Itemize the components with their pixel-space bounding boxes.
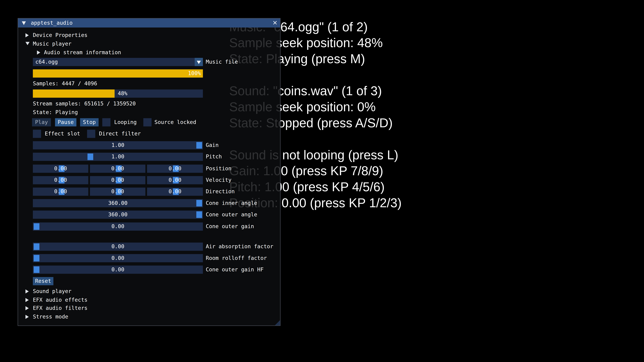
slider-value: 0.00	[147, 188, 203, 196]
position-y-slider[interactable]: 0.00	[90, 165, 146, 173]
slider-value: 360.00	[33, 211, 203, 219]
direction-z-slider[interactable]: 0.00	[147, 188, 203, 196]
cone-outer-gain-hf-slider[interactable]: 0.00	[33, 266, 203, 274]
tree-node-label: Stress mode	[33, 313, 68, 321]
progress-fill	[33, 69, 203, 77]
slider-value: 0.00	[33, 176, 88, 184]
samples-text: Samples: 4447 / 4096	[33, 80, 97, 88]
tree-node-efx-audio-effects[interactable]: EFX audio effects	[18, 296, 280, 304]
tree-node-efx-audio-filters[interactable]: EFX audio filters	[18, 304, 280, 312]
chevron-right-icon	[26, 33, 29, 37]
window-titlebar[interactable]: apptest_audio ×	[18, 18, 280, 27]
slider-value: 0.00	[33, 243, 203, 251]
pitch-label: Pitch	[206, 153, 222, 161]
cone-outer-angle-slider[interactable]: 360.00	[33, 211, 203, 219]
velocity-z-slider[interactable]: 0.00	[147, 176, 203, 184]
looping-checkbox[interactable]	[102, 118, 110, 126]
cone-outer-gain-hf-label: Cone outer gain HF	[206, 266, 264, 274]
chevron-right-icon	[26, 289, 29, 294]
transport-row: Play Pause Stop Looping Source locked	[18, 118, 280, 126]
slider-value: 0.00	[147, 176, 203, 184]
tree-node-device-properties[interactable]: Device Properties	[18, 31, 280, 39]
position-z-slider[interactable]: 0.00	[147, 165, 203, 173]
slider-value: 0.00	[90, 176, 146, 184]
position-label: Position	[206, 165, 232, 173]
direct-filter-checkbox[interactable]	[87, 130, 95, 138]
slider-value: 1.00	[33, 153, 203, 161]
reset-button[interactable]: Reset	[33, 277, 54, 285]
close-icon[interactable]: ×	[271, 19, 279, 27]
gain-slider[interactable]: 1.00	[33, 141, 203, 149]
progress-value: 100%	[188, 69, 201, 77]
music-file-label: Music file	[206, 58, 238, 66]
direction-label: Direction	[206, 188, 235, 196]
slider-value: 1.00	[33, 141, 203, 149]
tree-node-stress-mode[interactable]: Stress mode	[18, 313, 280, 321]
fx-row: Effect slot Direct filter	[18, 130, 280, 138]
velocity-row: 0.00 0.00 0.00 Velocity	[18, 176, 280, 184]
cone-outer-gain-slider[interactable]: 0.00	[33, 223, 203, 231]
cone-inner-angle-slider[interactable]: 360.00	[33, 199, 203, 207]
tree-node-audio-stream-info[interactable]: Audio stream information	[18, 48, 280, 56]
tree-node-label: EFX audio effects	[33, 296, 88, 304]
velocity-label: Velocity	[206, 176, 232, 184]
resize-grip[interactable]	[275, 320, 280, 326]
combo-dropdown-icon[interactable]	[195, 58, 203, 66]
slider-value: 0.00	[33, 223, 203, 231]
slider-value: 0.00	[33, 254, 203, 262]
buffer-progress-bar: 100%	[33, 69, 203, 77]
slider-value: 0.00	[90, 188, 146, 196]
tree-node-label: Device Properties	[33, 31, 88, 39]
cone-outer-gain-label: Cone outer gain	[206, 223, 254, 231]
tree-node-label: Sound player	[33, 287, 72, 296]
combo-selected-value: c64.ogg	[36, 58, 58, 66]
effect-slot-label: Effect slot	[45, 130, 80, 138]
progress-fill	[33, 89, 114, 98]
velocity-x-slider[interactable]: 0.00	[33, 176, 88, 184]
window-title: apptest_audio	[31, 18, 73, 27]
direction-x-slider[interactable]: 0.00	[33, 188, 88, 196]
apptest-audio-window: apptest_audio × Device Properties Music …	[18, 18, 280, 326]
tree-node-label: Audio stream information	[44, 48, 121, 56]
direction-y-slider[interactable]: 0.00	[90, 188, 146, 196]
position-row: 0.00 0.00 0.00 Position	[18, 165, 280, 173]
tree-node-label: Music player	[33, 40, 72, 48]
cone-outer-angle-label: Cone outer angle	[206, 211, 257, 219]
effect-slot-checkbox[interactable]	[33, 130, 41, 138]
tree-node-sound-player[interactable]: Sound player	[18, 287, 280, 296]
position-x-slider[interactable]: 0.00	[33, 165, 88, 173]
chevron-right-icon	[37, 50, 40, 54]
music-file-combo[interactable]: c64.ogg	[33, 58, 203, 66]
direction-row: 0.00 0.00 0.00 Direction	[18, 188, 280, 196]
gain-label: Gain	[206, 141, 219, 149]
tree-node-label: EFX audio filters	[33, 304, 88, 312]
chevron-right-icon	[26, 315, 29, 319]
progress-value: 48%	[118, 89, 127, 98]
stop-button[interactable]: Stop	[80, 118, 98, 126]
source-locked-checkbox[interactable]	[144, 118, 152, 126]
seek-progress-bar: 48%	[33, 89, 203, 98]
cone-inner-angle-label: Cone inner angle	[206, 199, 257, 207]
slider-value: 0.00	[147, 165, 203, 173]
play-button[interactable]: Play	[32, 118, 51, 126]
chevron-right-icon	[26, 306, 29, 310]
room-rolloff-label: Room rolloff factor	[206, 254, 267, 262]
screen: Music: "c64.ogg" (1 of 2) Sample seek po…	[0, 0, 644, 362]
tree-node-music-player[interactable]: Music player	[18, 40, 280, 48]
chevron-down-icon	[26, 42, 30, 45]
room-rolloff-slider[interactable]: 0.00	[33, 254, 203, 262]
pitch-slider[interactable]: 1.00	[33, 153, 203, 161]
slider-value: 0.00	[33, 266, 203, 274]
state-text: State: Playing	[33, 108, 78, 117]
slider-value: 0.00	[33, 165, 88, 173]
pause-button[interactable]: Pause	[55, 118, 76, 126]
source-locked-label: Source locked	[154, 118, 196, 126]
slider-value: 0.00	[33, 188, 88, 196]
slider-value: 0.00	[90, 165, 146, 173]
air-absorption-label: Air absorption factor	[206, 243, 273, 251]
velocity-y-slider[interactable]: 0.00	[90, 176, 146, 184]
air-absorption-slider[interactable]: 0.00	[33, 243, 203, 251]
looping-label: Looping	[114, 118, 137, 126]
slider-value: 360.00	[33, 199, 203, 207]
window-collapse-icon[interactable]	[22, 21, 26, 25]
